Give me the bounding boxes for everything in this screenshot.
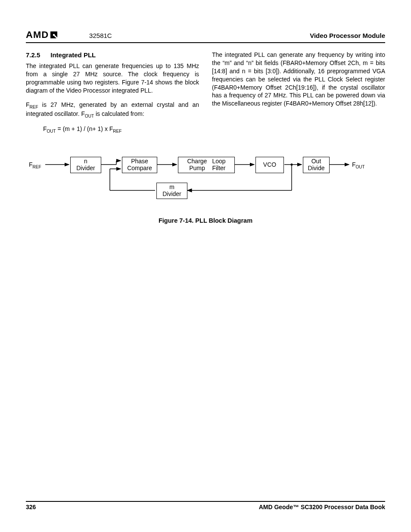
vco-box: VCO (255, 157, 284, 173)
amd-logo: AMD (26, 29, 59, 40)
m-divider-box: m Divider (156, 183, 187, 199)
amd-arrow-icon (50, 31, 59, 39)
fref-label: FREF (29, 161, 41, 169)
header-module-name: Video Processor Module (310, 32, 385, 39)
figure-caption: Figure 7-14. PLL Block Diagram (26, 217, 385, 224)
page-number: 326 (26, 504, 36, 510)
content-columns: 7.2.5 Integrated PLL The integrated PLL … (26, 51, 385, 140)
page-footer: 326 AMD Geode™ SC3200 Processor Data Boo… (26, 501, 385, 510)
phase-compare-box: Phase Compare (122, 157, 157, 173)
left-column: 7.2.5 Integrated PLL The integrated PLL … (26, 51, 199, 140)
n-divider-box: n Divider (70, 157, 101, 173)
out-divide-box: Out Divide (303, 157, 330, 173)
svg-point-7 (291, 163, 293, 165)
section-number: 7.2.5 (26, 51, 40, 59)
section-title: Integrated PLL (50, 51, 96, 59)
fout-label: FOUT (352, 161, 365, 169)
amd-logo-text: AMD (26, 29, 49, 40)
page-header: AMD 32581C Video Processor Module (26, 29, 385, 43)
pll-block-diagram: FREF n Divider Phase Compare Charge Pump… (28, 152, 381, 208)
right-paragraph-1: The integrated PLL can generate any freq… (212, 51, 385, 108)
right-column: The integrated PLL can generate any freq… (212, 51, 385, 140)
page: AMD 32581C Video Processor Module 7.2.5 … (0, 0, 411, 532)
section-heading: 7.2.5 Integrated PLL (26, 51, 199, 59)
doc-number: 32581C (89, 32, 112, 39)
left-paragraph-2: FREF is 27 MHz, generated by an external… (26, 101, 199, 119)
left-paragraph-1: The integrated PLL can generate frequenc… (26, 62, 199, 95)
charge-loop-box: Charge Pump Loop Filter (178, 157, 235, 173)
book-title: AMD Geode™ SC3200 Processor Data Book (259, 504, 385, 510)
formula: FOUT = (m + 1) / (n+ 1) x FREF (43, 125, 199, 134)
